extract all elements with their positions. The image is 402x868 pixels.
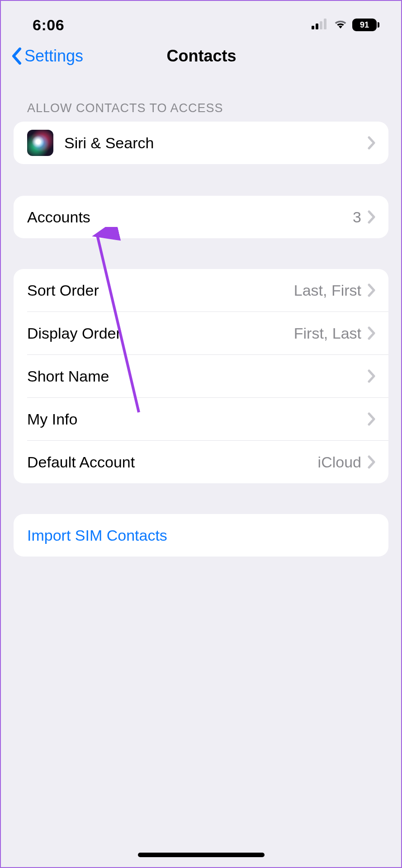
group-accounts: Accounts 3	[14, 196, 388, 238]
back-label: Settings	[24, 47, 83, 66]
row-my-info[interactable]: My Info	[14, 398, 388, 440]
import-sim-label: Import SIM Contacts	[27, 527, 167, 544]
row-siri-search[interactable]: Siri & Search	[14, 122, 388, 164]
cellular-icon	[312, 19, 329, 31]
battery-icon: 91	[352, 19, 379, 31]
status-bar: 6:06 91	[1, 9, 401, 41]
back-button[interactable]: Settings	[11, 47, 83, 66]
display-order-label: Display Order	[27, 325, 294, 342]
short-name-label: Short Name	[27, 368, 368, 385]
chevron-right-icon	[368, 412, 376, 426]
chevron-right-icon	[368, 455, 376, 469]
row-default-account[interactable]: Default Account iCloud	[14, 441, 388, 483]
chevron-right-icon	[368, 326, 376, 340]
group-allow-access: Siri & Search	[14, 122, 388, 164]
chevron-left-icon	[11, 47, 22, 65]
chevron-right-icon	[368, 136, 376, 150]
status-indicators: 91	[312, 19, 379, 31]
row-import-sim[interactable]: Import SIM Contacts	[14, 514, 388, 557]
sort-order-label: Sort Order	[27, 282, 294, 299]
row-accounts[interactable]: Accounts 3	[14, 196, 388, 238]
accounts-value: 3	[353, 208, 361, 226]
default-account-value: iCloud	[318, 453, 361, 471]
row-short-name[interactable]: Short Name	[14, 355, 388, 397]
siri-icon	[27, 130, 53, 156]
page-title: Contacts	[166, 47, 236, 66]
svg-rect-1	[316, 24, 318, 29]
group-import-sim: Import SIM Contacts	[14, 514, 388, 557]
default-account-label: Default Account	[27, 453, 318, 471]
display-order-value: First, Last	[294, 325, 361, 342]
nav-header: Settings Contacts	[1, 41, 401, 76]
group-settings: Sort Order Last, First Display Order Fir…	[14, 269, 388, 483]
wifi-icon	[333, 19, 348, 31]
my-info-label: My Info	[27, 410, 368, 428]
row-display-order[interactable]: Display Order First, Last	[14, 312, 388, 354]
svg-rect-2	[320, 21, 322, 29]
section-header-allow: ALLOW CONTACTS TO ACCESS	[1, 76, 401, 122]
chevron-right-icon	[368, 283, 376, 297]
svg-rect-0	[312, 26, 314, 29]
row-sort-order[interactable]: Sort Order Last, First	[14, 269, 388, 311]
accounts-label: Accounts	[27, 208, 353, 226]
home-indicator	[138, 853, 265, 857]
svg-rect-3	[324, 19, 326, 29]
sort-order-value: Last, First	[294, 282, 361, 299]
status-time: 6:06	[33, 16, 64, 34]
siri-label: Siri & Search	[64, 134, 368, 152]
chevron-right-icon	[368, 369, 376, 383]
chevron-right-icon	[368, 210, 376, 224]
